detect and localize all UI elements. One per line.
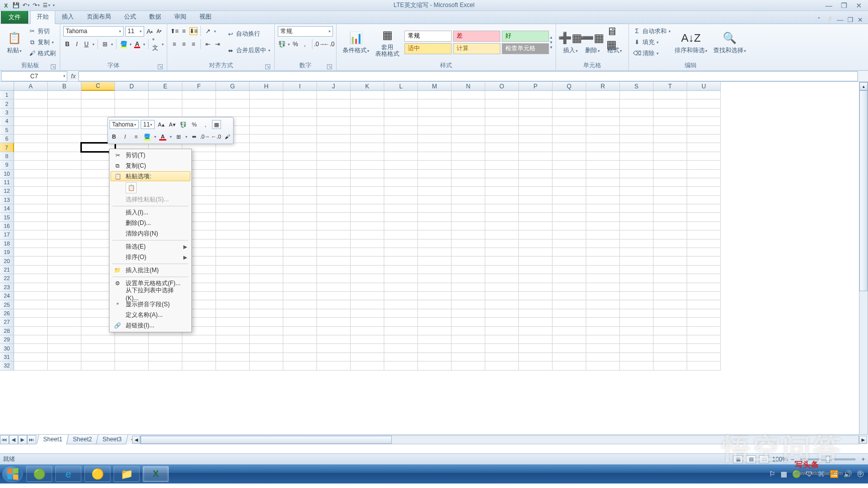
qat-customize-icon[interactable]: ▾	[53, 3, 55, 8]
zoom-out-icon[interactable]: −	[791, 456, 794, 463]
merge-center-button[interactable]: ⬌合并后居中▾	[226, 46, 271, 55]
context-menu-item[interactable]: 筛选(E)▶	[111, 241, 190, 252]
row-header[interactable]: 10	[0, 170, 14, 178]
column-header[interactable]: I	[283, 82, 317, 91]
style-scroll-down-icon[interactable]: ▾	[550, 40, 553, 45]
column-header[interactable]: P	[519, 82, 553, 91]
restore-icon[interactable]: ❐	[840, 2, 848, 10]
column-header[interactable]: L	[384, 82, 418, 91]
column-header[interactable]: U	[687, 82, 721, 91]
context-menu-item[interactable]: 🔗超链接(I)...	[111, 320, 190, 331]
save-icon[interactable]: 💾	[12, 2, 20, 10]
row-header[interactable]: 15	[0, 213, 14, 221]
column-header[interactable]: D	[115, 82, 149, 91]
vscroll-thumb[interactable]	[859, 90, 867, 291]
percent-icon[interactable]: %	[291, 40, 299, 48]
column-header[interactable]: O	[485, 82, 519, 91]
align-middle-icon[interactable]: ≡	[180, 27, 188, 35]
delete-cells-button[interactable]: ➖▦删除▾	[581, 26, 603, 59]
column-header[interactable]: T	[654, 82, 687, 91]
normal-view-icon[interactable]: ▦	[733, 455, 743, 463]
row-header[interactable]: 18	[0, 239, 14, 248]
context-menu-item[interactable]: ✂剪切(T)	[111, 150, 190, 161]
scroll-left-icon[interactable]: ◀	[132, 436, 140, 444]
font-name-combo[interactable]: Tahoma▾	[63, 26, 124, 37]
row-header[interactable]: 29	[0, 335, 14, 344]
tray-app-icon[interactable]: ▦	[781, 470, 787, 478]
fx-icon[interactable]: fx	[68, 73, 78, 80]
insert-cells-button[interactable]: ➕▦插入▾	[559, 26, 581, 59]
dialog-launcher-icon[interactable]: ↘	[51, 64, 56, 69]
row-header[interactable]: 4	[0, 117, 14, 126]
mini-percent-icon[interactable]: %	[190, 120, 199, 129]
mini-bold-icon[interactable]: B	[110, 132, 119, 141]
mini-center-icon[interactable]: ≡	[132, 132, 141, 141]
ribbon-tab[interactable]: 审阅	[168, 9, 193, 24]
increase-indent-icon[interactable]: ⇥	[213, 40, 222, 48]
context-menu-item[interactable]: 从下拉列表中选择(K)...	[111, 289, 190, 299]
context-menu-item[interactable]: 📋粘贴选项:	[111, 171, 190, 181]
tray-bt-icon[interactable]: ⌘	[818, 470, 825, 478]
wrap-text-button[interactable]: ↩自动换行	[226, 29, 271, 39]
fill-color-icon[interactable]: 🪣	[120, 40, 128, 48]
accounting-format-icon[interactable]: 💱	[278, 40, 286, 48]
minimize-icon[interactable]: ―	[825, 2, 833, 10]
column-header[interactable]: B	[48, 82, 81, 91]
page-layout-view-icon[interactable]: ▤	[746, 455, 756, 463]
context-menu-item[interactable]: 定义名称(A)...	[111, 310, 190, 320]
row-header[interactable]: 16	[0, 222, 14, 230]
context-menu-item[interactable]: 删除(D)...	[111, 218, 190, 228]
mini-italic-icon[interactable]: I	[121, 132, 130, 141]
mini-comma-icon[interactable]: ,	[201, 120, 210, 129]
row-header[interactable]: 31	[0, 353, 14, 361]
orientation-icon[interactable]: ↗	[204, 27, 212, 35]
row-header[interactable]: 27	[0, 318, 14, 326]
mini-fillcolor-icon[interactable]: 🪣	[143, 132, 152, 141]
comma-icon[interactable]: ,	[301, 40, 309, 48]
ribbon-minimize-icon[interactable]: ˄	[817, 16, 821, 24]
paste-option-icon[interactable]: 📋	[126, 182, 137, 193]
row-header[interactable]: 14	[0, 204, 14, 213]
mini-accounting-icon[interactable]: 💱	[179, 120, 188, 129]
row-header[interactable]: 19	[0, 248, 14, 257]
column-header[interactable]: E	[149, 82, 182, 91]
align-right-icon[interactable]: ≡	[189, 40, 197, 48]
sheet-tab[interactable]: Sheet1	[37, 435, 69, 444]
ribbon-tab[interactable]: 页面布局	[80, 9, 118, 24]
decrease-decimal-icon[interactable]: ←.0	[325, 40, 333, 48]
sheet-tab[interactable]: Sheet2	[66, 435, 98, 444]
align-center-icon[interactable]: ≡	[180, 40, 188, 48]
row-header[interactable]: 22	[0, 274, 14, 283]
row-header[interactable]: 7	[0, 143, 14, 152]
row-header[interactable]: 26	[0, 309, 14, 318]
zoom-level[interactable]: 100%	[772, 456, 788, 463]
taskbar-item[interactable]: 🟢	[26, 466, 52, 482]
row-header[interactable]: 24	[0, 292, 14, 300]
clear-button[interactable]: ⌫清除▾	[632, 49, 672, 58]
row-header[interactable]: 11	[0, 178, 14, 187]
column-header[interactable]: C	[81, 82, 115, 91]
mini-shrink-font-icon[interactable]: A▾	[168, 120, 177, 129]
context-menu-item[interactable]: 📁插入批注(M)	[111, 265, 190, 276]
column-header[interactable]: F	[182, 82, 216, 91]
taskbar-item-browser[interactable]: e	[55, 466, 81, 482]
conditional-format-button[interactable]: 📊条件格式▾	[340, 26, 372, 59]
grow-font-icon[interactable]: A▴	[146, 27, 154, 35]
align-left-icon[interactable]: ≡	[170, 40, 178, 48]
redo-icon[interactable]: ↷▾	[32, 2, 40, 10]
row-header[interactable]: 32	[0, 361, 14, 370]
tray-shield-icon[interactable]: 🛡	[806, 470, 813, 478]
border-icon[interactable]: ⊞	[101, 40, 109, 48]
row-header[interactable]: 3	[0, 108, 14, 117]
formula-input[interactable]	[78, 71, 858, 81]
mini-grow-font-icon[interactable]: A▴	[157, 120, 166, 129]
paste-button[interactable]: 📋 粘贴▾	[3, 26, 25, 59]
file-tab[interactable]: 文件	[1, 10, 28, 24]
increase-decimal-icon[interactable]: .0→	[315, 40, 323, 48]
workbook-close-icon[interactable]: ✕	[857, 16, 863, 24]
column-header[interactable]: R	[586, 82, 620, 91]
underline-icon[interactable]: U	[82, 40, 90, 48]
cell-style-item[interactable]: 适中	[404, 43, 452, 54]
align-bottom-icon[interactable]: ⬇≡	[189, 27, 197, 35]
mini-size-combo[interactable]: 11▾	[141, 120, 155, 129]
